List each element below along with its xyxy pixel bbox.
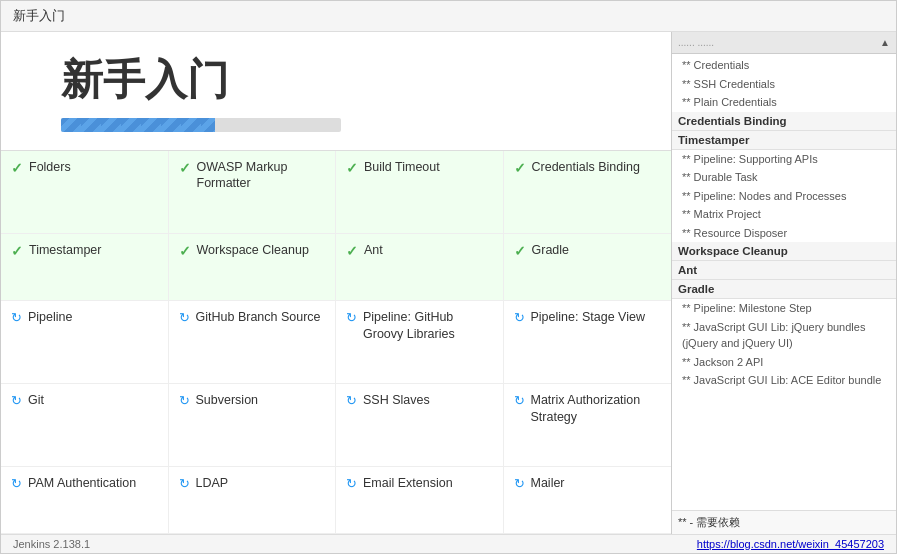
rp-item: ** Matrix Project [672, 205, 896, 224]
rp-item: ** Jackson 2 API [672, 353, 896, 372]
plugin-name: Pipeline: GitHub Groovy Libraries [363, 309, 493, 342]
plugin-name: Matrix Authorization Strategy [531, 392, 662, 425]
rp-section-header: Workspace Cleanup [672, 242, 896, 261]
plugin-name: GitHub Branch Source [196, 309, 321, 325]
main-panel: 新手入门 ✓Folders✓OWASP Markup Formatter✓Bui… [1, 32, 671, 534]
rp-item: ** JavaScript GUI Lib: ACE Editor bundle [672, 371, 896, 390]
plugin-cell: ↻Mailer [504, 467, 672, 534]
footer-text: ** - 需要依赖 [678, 516, 740, 528]
check-icon: ✓ [11, 243, 23, 259]
content-area: 新手入门 ✓Folders✓OWASP Markup Formatter✓Bui… [1, 32, 896, 534]
main-window: 新手入门 新手入门 ✓Folders✓OWASP Markup Formatte… [0, 0, 897, 554]
plugin-name: Gradle [532, 242, 570, 258]
rp-section-header: Credentials Binding [672, 112, 896, 131]
plugin-cell: ✓Ant [336, 234, 504, 301]
right-panel-header: ...... ...... ▲ [672, 32, 896, 54]
rp-section-header: Gradle [672, 280, 896, 299]
plugin-name: Subversion [196, 392, 259, 408]
check-icon: ✓ [514, 243, 526, 259]
rp-section-header: Timestamper [672, 131, 896, 150]
plugin-name: Ant [364, 242, 383, 258]
hero-title: 新手入门 [61, 52, 631, 108]
sync-icon: ↻ [11, 310, 22, 325]
rp-item: ** Pipeline: Nodes and Processes [672, 187, 896, 206]
check-icon: ✓ [179, 243, 191, 259]
plugin-name: LDAP [196, 475, 229, 491]
plugins-grid: ✓Folders✓OWASP Markup Formatter✓Build Ti… [1, 150, 671, 534]
plugin-cell: ↻GitHub Branch Source [169, 301, 337, 384]
right-panel-content[interactable]: ** Credentials** SSH Credentials** Plain… [672, 54, 896, 510]
rp-item: ** Credentials [672, 56, 896, 75]
plugin-cell: ↻Email Extension [336, 467, 504, 534]
hero-section: 新手入门 [1, 32, 671, 150]
plugin-name: Mailer [531, 475, 565, 491]
rp-item: ** Pipeline: Milestone Step [672, 299, 896, 318]
plugin-cell: ✓OWASP Markup Formatter [169, 151, 337, 234]
sync-icon: ↻ [514, 476, 525, 491]
check-icon: ✓ [346, 160, 358, 176]
check-icon: ✓ [11, 160, 23, 176]
sync-icon: ↻ [346, 310, 357, 325]
plugin-cell: ✓Folders [1, 151, 169, 234]
plugin-cell: ↻SSH Slaves [336, 384, 504, 467]
rp-section-header: Ant [672, 261, 896, 280]
sync-icon: ↻ [346, 476, 357, 491]
plugin-cell: ↻Git [1, 384, 169, 467]
plugin-name: Build Timeout [364, 159, 440, 175]
plugin-name: Folders [29, 159, 71, 175]
sync-icon: ↻ [514, 310, 525, 325]
right-panel-header-text: ...... ...... [678, 37, 714, 48]
sync-icon: ↻ [11, 476, 22, 491]
plugin-name: Pipeline: Stage View [531, 309, 645, 325]
plugin-cell: ✓Workspace Cleanup [169, 234, 337, 301]
rp-item: ** Pipeline: Supporting APIs [672, 150, 896, 169]
plugin-name: PAM Authentication [28, 475, 136, 491]
rp-item: ** Resource Disposer [672, 224, 896, 243]
sync-icon: ↻ [11, 393, 22, 408]
sync-icon: ↻ [514, 393, 525, 408]
progress-bar-fill [61, 118, 215, 132]
plugin-cell: ↻LDAP [169, 467, 337, 534]
plugin-cell: ✓Timestamper [1, 234, 169, 301]
window-title: 新手入门 [13, 8, 65, 23]
check-icon: ✓ [346, 243, 358, 259]
title-bar: 新手入门 [1, 1, 896, 32]
rp-item: ** SSH Credentials [672, 75, 896, 94]
plugin-cell: ↻Matrix Authorization Strategy [504, 384, 672, 467]
plugin-cell: ↻Pipeline [1, 301, 169, 384]
check-icon: ✓ [514, 160, 526, 176]
plugin-name: Pipeline [28, 309, 72, 325]
sync-icon: ↻ [179, 476, 190, 491]
rp-item: ** Durable Task [672, 168, 896, 187]
rp-item: ** JavaScript GUI Lib: jQuery bundles (j… [672, 318, 896, 353]
plugin-name: Email Extension [363, 475, 453, 491]
plugin-cell: ✓Gradle [504, 234, 672, 301]
plugin-name: OWASP Markup Formatter [197, 159, 326, 192]
status-left: Jenkins 2.138.1 [13, 538, 90, 550]
plugin-cell: ↻Pipeline: GitHub Groovy Libraries [336, 301, 504, 384]
plugin-name: Timestamper [29, 242, 101, 258]
sync-icon: ↻ [179, 393, 190, 408]
rp-item: ** Plain Credentials [672, 93, 896, 112]
sync-icon: ↻ [179, 310, 190, 325]
plugin-cell: ↻Subversion [169, 384, 337, 467]
status-bar: Jenkins 2.138.1 https://blog.csdn.net/we… [1, 534, 896, 553]
plugin-cell: ↻PAM Authentication [1, 467, 169, 534]
plugin-name: Git [28, 392, 44, 408]
status-right: https://blog.csdn.net/weixin_45457203 [697, 538, 884, 550]
check-icon: ✓ [179, 160, 191, 176]
progress-bar-container [61, 118, 341, 132]
plugin-cell: ✓Credentials Binding [504, 151, 672, 234]
right-panel-footer: ** - 需要依赖 [672, 510, 896, 534]
plugin-name: Workspace Cleanup [197, 242, 309, 258]
plugin-cell: ✓Build Timeout [336, 151, 504, 234]
plugin-name: SSH Slaves [363, 392, 430, 408]
plugin-name: Credentials Binding [532, 159, 640, 175]
right-panel: ...... ...... ▲ ** Credentials** SSH Cre… [671, 32, 896, 534]
sync-icon: ↻ [346, 393, 357, 408]
plugin-cell: ↻Pipeline: Stage View [504, 301, 672, 384]
